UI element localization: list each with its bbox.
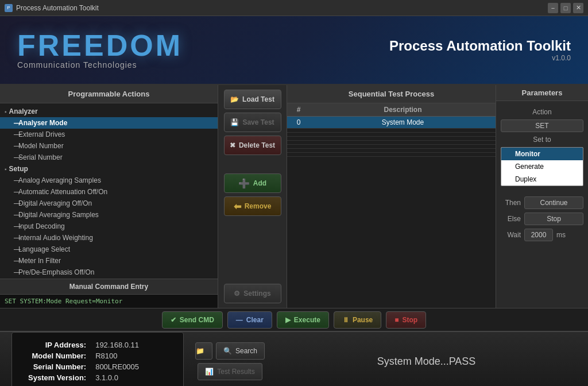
spacer: — (14, 268, 18, 276)
tree-item[interactable]: — Pre/De-Emphasis Off/On (0, 267, 218, 278)
set-to-dropdown[interactable]: ✓MonitorGenerateDuplex (501, 147, 583, 186)
dropdown-item[interactable]: ✓Monitor (501, 148, 583, 160)
status-bar: IP Address: 192.168.0.11 Model Number: R… (0, 331, 588, 386)
app-version: v1.0.0 (389, 54, 571, 62)
dropdown-list: ✓MonitorGenerateDuplex (501, 147, 583, 186)
device-info: IP Address: 192.168.0.11 Model Number: R… (11, 332, 184, 386)
tree-item[interactable]: — Input Decoding (0, 221, 218, 232)
table-row[interactable] (287, 137, 496, 141)
table-row[interactable] (287, 145, 496, 149)
pause-button[interactable]: ⏸ Pause (334, 311, 381, 329)
row-desc (310, 145, 496, 149)
add-button[interactable]: ➕ Add (224, 173, 281, 193)
app-icon: P (5, 4, 13, 12)
title-bar: P Process Automation Toolkit − □ ✕ (0, 0, 588, 16)
wait-value[interactable]: 2000 (524, 229, 553, 241)
middle-panel: 📂 Load Test 💾 Save Test ✖ Delete Test ➕ … (218, 85, 287, 308)
tree-item[interactable]: — Automatic Attenuation Off/On (0, 186, 218, 198)
tree-item[interactable]: — Model Number (0, 140, 218, 152)
tree-item[interactable]: ▪Setup (0, 163, 218, 175)
tree-item[interactable]: — Meter In Filter (0, 255, 218, 267)
ip-value: 192.168.0.11 (91, 339, 144, 350)
model-value: R8100 (91, 350, 144, 361)
serial-row: Serial Number: 800LRE0005 (24, 361, 144, 372)
row-num (287, 137, 310, 141)
params-header: Parameters (496, 85, 588, 101)
dropdown-item[interactable]: Duplex (501, 173, 583, 186)
serial-label: Serial Number: (24, 361, 91, 372)
row-num (287, 149, 310, 153)
close-button[interactable]: ✕ (573, 3, 583, 13)
seq-panel-header: Sequential Test Process (287, 85, 496, 103)
action-value: SET (501, 119, 583, 132)
send-cmd-icon: ✔ (171, 316, 176, 324)
title-bar-left: P Process Automation Toolkit (5, 4, 99, 12)
tree-item[interactable]: — Analyser Mode (0, 117, 218, 129)
tree-container[interactable]: ▪Analyzer— Analyser Mode— External Drive… (0, 103, 218, 279)
manual-header: Manual Command Entry (0, 279, 218, 294)
action-label: Action (501, 108, 583, 116)
table-row[interactable]: 0System Mode (287, 117, 496, 129)
else-value[interactable]: Stop (524, 213, 583, 225)
header: FREEDOM Communication Technologies Proce… (0, 16, 588, 85)
tree-item[interactable]: ▪Analyzer (0, 106, 218, 117)
logo-company: Communication Technologies (17, 60, 183, 70)
stop-button[interactable]: ■ Stop (386, 311, 426, 329)
tree-item[interactable]: — Analog Averaging Samples (0, 175, 218, 186)
set-to-label: Set to (501, 136, 583, 144)
spacer: — (14, 130, 18, 138)
spacer: — (14, 222, 18, 230)
spacer: — (14, 211, 18, 219)
tree-item[interactable]: — External Drives (0, 129, 218, 140)
seq-table-container[interactable]: # Description 0System Mode (287, 103, 496, 308)
clear-button[interactable]: — Clear (227, 311, 272, 329)
table-row[interactable] (287, 141, 496, 145)
table-row[interactable] (287, 149, 496, 153)
test-results-button[interactable]: 📊 Test Results (198, 363, 262, 380)
test-results-icon: 📊 (205, 368, 214, 376)
row-desc (310, 129, 496, 133)
table-row[interactable] (287, 133, 496, 137)
col-desc: Description (310, 103, 496, 117)
save-test-button[interactable]: 💾 Save Test (224, 113, 281, 132)
maximize-button[interactable]: □ (560, 3, 571, 13)
tree-item[interactable]: — Digital Averaging Samples (0, 209, 218, 221)
folder-button[interactable]: 📁 (195, 342, 212, 360)
load-test-button[interactable]: 📂 Load Test (224, 90, 281, 109)
tree-item[interactable]: — Serial Number (0, 152, 218, 163)
table-row[interactable] (287, 153, 496, 157)
tree-item[interactable]: — Language Select (0, 244, 218, 255)
main-content: Programmable Actions ▪Analyzer— Analyser… (0, 85, 588, 308)
row-desc (310, 141, 496, 145)
tree-item[interactable]: — Internal Audio Weighting (0, 232, 218, 244)
send-cmd-button[interactable]: ✔ Send CMD (162, 311, 223, 329)
minimize-button[interactable]: − (548, 3, 558, 13)
row-desc: System Mode (310, 117, 496, 129)
execute-icon: ▶ (285, 316, 291, 324)
wait-label: Wait (501, 231, 521, 239)
row-num (287, 129, 310, 133)
then-row: Then Continue (501, 196, 583, 209)
serial-value: 800LRE0005 (91, 361, 144, 372)
tree-item[interactable]: — Digital Averaging Off/On (0, 198, 218, 209)
model-label: Model Number: (24, 350, 91, 361)
load-icon: 📂 (230, 95, 239, 103)
spacer: — (14, 188, 18, 196)
row-num (287, 141, 310, 145)
dropdown-item[interactable]: Generate (501, 160, 583, 173)
row-num (287, 145, 310, 149)
settings-button[interactable]: ⚙ Settings (224, 284, 281, 303)
row-num (287, 153, 310, 157)
col-num: # (287, 103, 310, 117)
table-row[interactable] (287, 129, 496, 133)
execute-button[interactable]: ▶ Execute (277, 311, 329, 329)
search-button[interactable]: 🔍 Search (216, 342, 265, 360)
delete-test-button[interactable]: ✖ Delete Test (224, 136, 281, 155)
spacer: — (14, 245, 18, 253)
left-panel-header: Programmable Actions (0, 85, 218, 103)
then-value[interactable]: Continue (524, 196, 583, 209)
search-icon: 🔍 (223, 347, 232, 355)
spacer: — (14, 199, 18, 207)
remove-button[interactable]: ⬅ Remove (224, 196, 281, 216)
spacer: — (14, 153, 18, 161)
